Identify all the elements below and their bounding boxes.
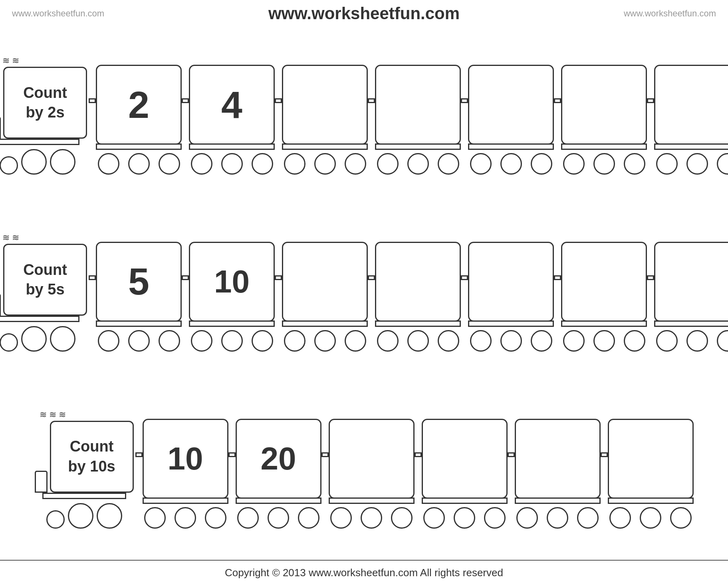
car-body (654, 242, 728, 322)
loco-bar (0, 316, 79, 322)
car-wheels (470, 330, 552, 352)
coupler (228, 452, 236, 457)
coupler (647, 275, 654, 280)
car-wheel (470, 153, 492, 175)
train-car-2-5 (608, 419, 694, 529)
train-car-1-5 (561, 242, 647, 352)
car-wheel (314, 330, 336, 352)
page-footer: Copyright © 2013 www.worksheetfun.com Al… (0, 560, 728, 585)
coupler (415, 452, 422, 457)
loco-label: Countby 10s (68, 437, 115, 476)
car-wheel (221, 330, 243, 352)
coupler (368, 98, 375, 103)
car-wheel (547, 507, 568, 529)
car-wheel (175, 507, 196, 529)
car-wheel (191, 153, 212, 175)
coupler (647, 98, 654, 103)
coupler (275, 275, 282, 280)
car-wheel (284, 330, 305, 352)
car-wheels (563, 153, 645, 175)
loco-cab: Countby 2s (3, 67, 87, 139)
coupler (554, 98, 561, 103)
loco-wheel-big (50, 149, 75, 175)
steam-icon: ≋ (2, 56, 10, 65)
car-body (375, 65, 461, 145)
car-body: 10 (143, 419, 228, 499)
car-wheel (407, 330, 429, 352)
train-car-0-1: 4 (189, 65, 275, 175)
car-body (422, 419, 508, 499)
car-wheel (298, 507, 319, 529)
car-body (654, 65, 728, 145)
train-row-2: ≋≋≋Countby 10s1020 (35, 410, 694, 529)
header-url-center: www.worksheetfun.com (268, 4, 460, 23)
car-wheel (423, 507, 445, 529)
train-car-1-2 (282, 242, 368, 352)
car-wheel (516, 507, 538, 529)
car-wheel (128, 330, 150, 352)
car-wheel (252, 153, 273, 175)
car-body (468, 242, 554, 322)
loco-wheels (0, 326, 75, 352)
car-body (561, 65, 647, 145)
chimney (35, 471, 48, 493)
car-number: 5 (128, 263, 149, 300)
coupler (135, 452, 143, 457)
car-wheels (237, 507, 319, 529)
coupler (554, 275, 561, 280)
car-wheel (221, 153, 243, 175)
car-wheel (624, 153, 645, 175)
car-wheel (563, 330, 585, 352)
loco-label: Countby 2s (23, 83, 67, 123)
car-body (515, 419, 601, 499)
car-wheel (345, 153, 366, 175)
car-wheel (144, 507, 166, 529)
car-wheels (377, 153, 459, 175)
loco-wheel-big (50, 326, 75, 352)
loco-cab: Countby 5s (3, 244, 87, 316)
car-wheel (500, 153, 522, 175)
car-wheel (656, 153, 678, 175)
car-wheels (377, 330, 459, 352)
car-body (468, 65, 554, 145)
car-wheel (237, 507, 259, 529)
car-body (561, 242, 647, 322)
car-body: 4 (189, 65, 275, 145)
car-wheel (438, 153, 459, 175)
steam-icon: ≋ (49, 410, 56, 419)
train-car-0-6 (654, 65, 728, 175)
coupler (182, 98, 189, 103)
loco-top-row: Countby 2s (0, 67, 87, 139)
train-car-2-0: 10 (143, 419, 228, 529)
car-wheel (686, 330, 708, 352)
loco-wheel-small (0, 333, 18, 352)
car-body (608, 419, 694, 499)
car-body (375, 242, 461, 322)
car-wheel (624, 330, 645, 352)
car-wheel (361, 507, 382, 529)
loco-wheel-small (46, 510, 65, 529)
car-wheel (345, 330, 366, 352)
coupler (461, 98, 468, 103)
page-header: www.worksheetfun.com www.worksheetfun.co… (0, 0, 728, 25)
train-car-1-4 (468, 242, 554, 352)
car-number: 4 (221, 86, 242, 124)
train-car-2-4 (515, 419, 601, 529)
train-car-0-5 (561, 65, 647, 175)
loco-cab: Countby 10s (50, 421, 134, 493)
train-car-0-2 (282, 65, 368, 175)
steam-icon: ≋ (59, 410, 66, 419)
car-body (329, 419, 415, 499)
coupler (182, 275, 189, 280)
coupler (275, 98, 282, 103)
car-body (282, 242, 368, 322)
car-number: 2 (128, 86, 149, 124)
coupler (461, 275, 468, 280)
car-wheel (656, 330, 678, 352)
chimney (0, 117, 1, 139)
car-body: 20 (236, 419, 321, 499)
coupler (321, 452, 329, 457)
car-wheel (128, 153, 150, 175)
car-wheel (531, 153, 552, 175)
car-wheel (268, 507, 289, 529)
